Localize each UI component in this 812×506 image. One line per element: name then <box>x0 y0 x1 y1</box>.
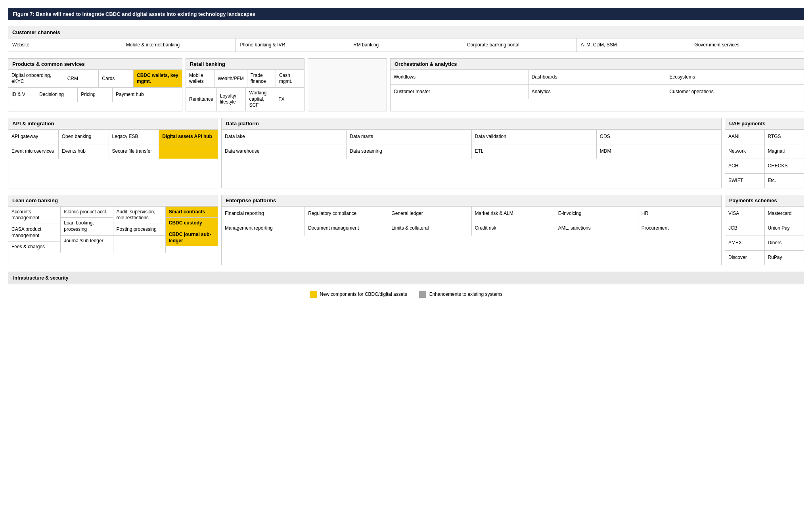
orchestration-block: Orchestration & analytics Workflows Dash… <box>390 58 804 111</box>
data-cell-marts: Data marts <box>347 130 471 144</box>
api-row2: Event microservices Events hub Secure fi… <box>8 144 218 159</box>
ent-cell-doc: Document management <box>305 221 388 236</box>
retail-row1: Mobile wallets Wealth/PFM Trade finance … <box>186 70 304 87</box>
retail-cell-working: Working capital, SCF <box>246 88 275 111</box>
products-cell-payment-hub: Payment hub <box>113 88 182 102</box>
ent-cell-general: General ledger <box>388 207 471 221</box>
legend-gray: Enhancements to existing systems <box>419 291 503 298</box>
retail-cell-fx: FX <box>275 88 304 111</box>
api-row1: API gateway Open banking Legacy ESB Digi… <box>8 129 218 144</box>
retail-cell-mobile-wallets: Mobile wallets <box>186 70 214 87</box>
data-block: Data platform Data lake Data marts Data … <box>221 118 722 188</box>
lean-col3-row2: Posting processing <box>113 224 165 236</box>
uae-row-4: SWIFT Etc. <box>725 173 804 188</box>
ent-cell-limits: Limits & collateral <box>388 221 471 236</box>
ps-cell-rupay: RuPay <box>765 251 804 265</box>
ent-cell-procurement: Procurement <box>638 221 721 236</box>
legend-gray-box <box>419 291 426 298</box>
products-cell-cards: Cards <box>99 70 134 87</box>
lean-col4-row2: CBDC custody <box>166 218 218 229</box>
legend-gray-label: Enhancements to existing systems <box>429 291 503 297</box>
ps-row-2: JCB Union Pay <box>725 221 804 236</box>
uae-cell-aani: AANI <box>725 130 765 144</box>
enterprise-header: Enterprise platforms <box>222 195 721 206</box>
ent-cell-aml: AML, sanctions <box>555 221 638 236</box>
data-cell-lake: Data lake <box>222 130 347 144</box>
lean-col1-row2: CASA product management <box>8 224 60 242</box>
lean-col4: Smart contracts CBDC custody CBDC journa… <box>166 207 218 253</box>
uae-cell-swift: SWIFT <box>725 174 765 188</box>
orch-cell-analytics: Analytics <box>529 85 666 99</box>
blank-block <box>308 58 387 111</box>
retail-row2: Remittance Loyalty/ lifestyle Working ca… <box>186 87 304 111</box>
products-cell-onboarding: Digital onboarding, eKYC <box>8 70 64 87</box>
orchestration-row2: Customer master Analytics Customer opera… <box>391 84 804 99</box>
data-cell-streaming: Data streaming <box>347 144 471 159</box>
retail-cell-trade: Trade finance <box>247 70 276 87</box>
ps-row-1: VISA Mastercard <box>725 206 804 221</box>
uae-row-1: AANI RTGS <box>725 129 804 144</box>
infrastructure-label: Infrastructure & security <box>13 275 68 281</box>
ps-cell-amex: AMEX <box>725 236 765 250</box>
lean-content: Accounts management CASA product managem… <box>8 206 218 253</box>
lean-col3: Audit, supervision, role restrictions Po… <box>113 207 166 253</box>
customer-channels-row: Website Mobile & internet banking Phone … <box>8 38 804 52</box>
api-cell-events-hub: Events hub <box>59 144 109 159</box>
row3: API & integration API gateway Open banki… <box>8 118 804 188</box>
uae-header: UAE payments <box>725 118 804 129</box>
customer-cell-phone: Phone banking & IVR <box>236 38 349 52</box>
ps-cell-discover: Discover <box>725 251 765 265</box>
data-cell-mdm: MDM <box>597 144 721 159</box>
ps-row-4: Discover RuPay <box>725 250 804 265</box>
customer-cell-rm: RM banking <box>349 38 463 52</box>
customer-cell-atm: ATM, CDM, SSM <box>577 38 691 52</box>
data-row2: Data warehouse Data streaming ETL MDM <box>222 144 721 159</box>
lean-col3-row3 <box>113 236 165 240</box>
ent-cell-mgmt: Management reporting <box>222 221 305 236</box>
payments-schemes-block: Payments schemes VISA Mastercard JCB Uni… <box>725 195 804 265</box>
lean-col1: Accounts management CASA product managem… <box>8 207 61 253</box>
orchestration-row1: Workflows Dashboards Ecosystems <box>391 70 804 84</box>
customer-cell-mobile: Mobile & internet banking <box>122 38 236 52</box>
uae-cell-ach: ACH <box>725 159 765 173</box>
ps-cell-mastercard: Mastercard <box>765 207 804 221</box>
legend: New components for CBDC/digital assets E… <box>8 291 804 298</box>
api-cell-gateway: API gateway <box>8 130 59 144</box>
ps-cell-unionpay: Union Pay <box>765 221 804 236</box>
enterprise-block: Enterprise platforms Financial reporting… <box>221 195 722 265</box>
data-cell-validation: Data validation <box>472 130 597 144</box>
lean-col2-row1: Islamic product acct. <box>61 207 113 218</box>
products-cell-idv: ID & V <box>8 88 36 102</box>
api-cell-event: Event microservices <box>8 144 59 159</box>
retail-cell-remittance: Remittance <box>186 88 217 111</box>
data-cell-etl: ETL <box>472 144 597 159</box>
row4: Lean core banking Accounts management CA… <box>8 195 804 265</box>
data-row1: Data lake Data marts Data validation ODS <box>222 129 721 144</box>
orch-cell-customer-ops: Customer operations <box>666 85 804 99</box>
data-header: Data platform <box>222 118 721 129</box>
retail-block: Retail banking Mobile wallets Wealth/PFM… <box>186 58 304 111</box>
lean-col1-row1: Accounts management <box>8 207 60 224</box>
uae-cell-etc: Etc. <box>765 174 804 188</box>
enterprise-row1: Financial reporting Regulatory complianc… <box>222 206 721 221</box>
lean-col2: Islamic product acct. Loan booking, proc… <box>61 207 113 253</box>
api-cell-legacy: Legacy ESB <box>109 130 159 144</box>
products-cell-cbdc-wallets: CBDC wallets, key mgmt. <box>134 70 182 87</box>
api-cell-digital-assets: Digital assets API hub <box>159 130 218 144</box>
infrastructure-block: Infrastructure & security <box>8 272 804 284</box>
lean-col2-row3: Journal/sub-ledger <box>61 236 113 247</box>
products-cell-decisioning: Decisioning <box>36 88 78 102</box>
enterprise-row2: Management reporting Document management… <box>222 221 721 236</box>
ent-cell-market: Market risk & ALM <box>472 207 555 221</box>
orch-cell-ecosystems: Ecosystems <box>666 70 804 84</box>
orch-cell-workflows: Workflows <box>391 70 529 84</box>
lean-col3-row1: Audit, supervision, role restrictions <box>113 207 165 224</box>
uae-row-2: Network Magnati <box>725 144 804 159</box>
orchestration-header: Orchestration & analytics <box>391 59 804 70</box>
api-cell-open-banking: Open banking <box>59 130 109 144</box>
ps-row-3: AMEX Diners <box>725 236 804 250</box>
products-header: Products & common services <box>8 59 182 70</box>
uae-block: UAE payments AANI RTGS Network Magnati A… <box>725 118 804 188</box>
products-row2: ID & V Decisioning Pricing Payment hub <box>8 87 182 102</box>
payments-schemes-header: Payments schemes <box>725 195 804 206</box>
